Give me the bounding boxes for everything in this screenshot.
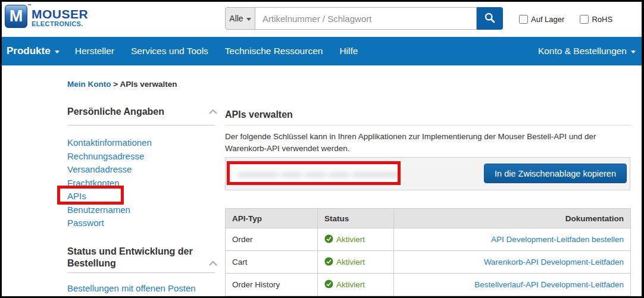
copy-to-clipboard-button[interactable]: In die Zwischenablage kopieren [484,164,627,183]
sidebar-section-title-label: Status und Entwicklung der Bestellung [67,246,193,268]
mouser-logo-mark: M ™ [5,5,27,28]
nav-account-menu[interactable]: Konto & Bestellungen [538,37,636,65]
nav-item-label: Hilfe [339,46,358,57]
doc-link-order[interactable]: API Development-Leitfaden bestellen [491,235,624,244]
status-label: Aktiviert [336,258,365,266]
main-navigation: Produkte Hersteller Services und Tools T… [2,37,642,65]
mouser-logo-text: MOUSER ELECTRONICS. [32,5,88,28]
page-content: Mein Konto > APIs verwalten Persönliche … [2,65,642,296]
api-description: Der folgende Schlüssel kann in Ihren App… [225,131,623,155]
logo-monogram: M [10,7,23,26]
column-header-api-typ: API-Typ [226,209,318,228]
api-type-cell: Order [226,228,318,251]
breadcrumb-current: APIs verwalten [120,80,177,89]
nav-item-label: Services und Tools [131,46,208,57]
api-key-panel: xxxxxxxx-xxxx-xxxx-xxxx-xxxxxxxxxxxx In … [225,157,630,190]
nav-item-label: Technische Ressourcen [225,46,323,57]
nav-item-hersteller[interactable]: Hersteller [67,46,123,57]
api-table: API-Typ Status Dokumentation Order [225,208,631,296]
api-key-value-obscured: xxxxxxxx-xxxx-xxxx-xxxx-xxxxxxxxxxxx [237,169,399,179]
status-label: Aktiviert [336,280,365,289]
header-filters: Auf Lager RoHS [519,2,612,37]
nav-item-label: Produkte [7,45,51,57]
page-viewport: M ™ MOUSER ELECTRONICS. Alle [2,2,642,296]
status-badge: Aktiviert [324,280,387,290]
sidebar-item-passwort[interactable]: Passwort [67,217,218,230]
table-row: Order History Aktiviert Bestellverlauf-A… [226,274,631,296]
chevron-down-icon [631,51,636,54]
rohs-checkbox[interactable] [580,15,589,24]
search-input[interactable] [255,7,477,30]
nav-item-technische-ressourcen[interactable]: Technische Ressourcen [217,46,332,57]
search-button[interactable] [477,7,503,30]
auf-lager-checkbox[interactable] [519,15,528,24]
sidebar-divider [67,125,215,126]
filter-auf-lager: Auf Lager [519,15,564,24]
nav-item-hilfe[interactable]: Hilfe [331,46,366,57]
nav-item-services-und-tools[interactable]: Services und Tools [123,46,217,57]
sidebar-item-benutzernamen[interactable]: Benutzernamen [67,203,218,217]
chevron-down-icon [55,51,60,54]
breadcrumb-separator: > [111,80,120,89]
nav-item-produkte[interactable]: Produkte [2,45,67,57]
search-bar: Alle [225,7,503,30]
auf-lager-label: Auf Lager [531,15,564,24]
breadcrumb: Mein Konto > APIs verwalten [67,80,177,89]
doc-link-order-history[interactable]: Bestellverlauf-API Development-Leitfaden [474,280,624,289]
check-circle-icon [324,280,333,290]
doc-link-cart[interactable]: Warenkorb-API Development-Leitfaden [484,258,624,266]
chevron-down-icon [246,18,251,21]
sidebar-item-offene-posten[interactable]: Bestellungen mit offenen Posten [67,283,196,293]
table-row: Cart Aktiviert Warenkorb-API Development… [226,251,631,274]
rohs-label: RoHS [592,15,612,24]
search-category-label: Alle [229,14,243,23]
nav-account-label: Konto & Bestellungen [538,46,627,57]
table-header-row: API-Typ Status Dokumentation [226,209,631,228]
sidebar-links-personal: Kontaktinformationen Rechnungsadresse Ve… [67,136,218,230]
trademark-symbol: ™ [27,4,32,8]
breadcrumb-mein-konto[interactable]: Mein Konto [67,80,111,89]
column-header-status: Status [318,209,394,228]
page-title: APIs verwalten [225,109,293,120]
search-category-dropdown[interactable]: Alle [225,7,255,30]
search-icon [484,12,496,26]
logo-subtitle: ELECTRONICS. [32,20,88,27]
mouser-logo[interactable]: M ™ MOUSER ELECTRONICS. [5,5,88,28]
sidebar-item-kontaktinformationen[interactable]: Kontaktinformationen [67,136,218,150]
api-type-cell: Cart [226,251,318,274]
table-row: Order Aktiviert API Development-Leitfade… [226,228,631,251]
api-type-cell: Order History [226,274,318,296]
logo-name: MOUSER [32,8,88,20]
chevron-up-icon[interactable] [208,106,218,118]
sidebar-divider [67,272,215,273]
api-key-field: xxxxxxxx-xxxx-xxxx-xxxx-xxxxxxxxxxxx [232,165,399,183]
sidebar-section-title-label: Persönliche Angaben [67,106,164,117]
sidebar-item-apis[interactable]: APIs [67,190,218,203]
check-circle-icon [324,234,333,245]
check-circle-icon [324,257,333,268]
status-badge: Aktiviert [324,234,387,245]
sidebar-section-orderstatus-title: Status und Entwicklung der Bestellung [67,246,218,269]
browser-page: M ™ MOUSER ELECTRONICS. Alle [0,0,644,298]
status-badge: Aktiviert [324,257,387,268]
sidebar-item-frachtkonten[interactable]: Frachtkonten [67,177,218,190]
sidebar-section-personal-title: Persönliche Angaben [67,106,218,118]
sidebar-item-versandadresse[interactable]: Versandadresse [67,163,218,177]
sidebar-item-rechnungsadresse[interactable]: Rechnungsadresse [67,150,218,164]
title-divider [225,125,631,126]
column-header-dokumentation: Dokumentation [394,209,631,228]
filter-rohs: RoHS [580,15,612,24]
nav-item-label: Hersteller [75,46,114,57]
top-header: M ™ MOUSER ELECTRONICS. Alle [2,2,642,37]
chevron-up-icon[interactable] [208,258,218,269]
status-label: Aktiviert [336,235,365,244]
